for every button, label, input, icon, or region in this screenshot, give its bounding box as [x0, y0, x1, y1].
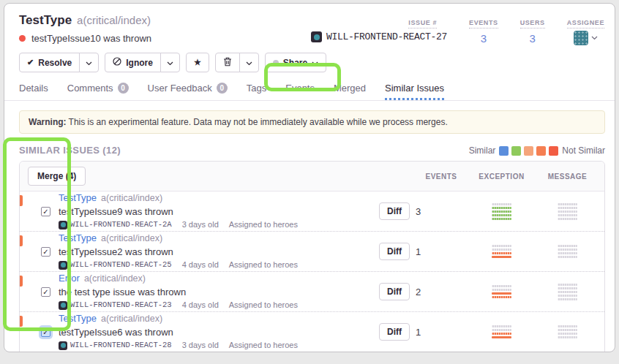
- spectrum-bar: [558, 329, 577, 331]
- spectrum-bar: [558, 291, 577, 293]
- diff-button[interactable]: Diff: [379, 283, 410, 300]
- spectrum-bar: [492, 207, 511, 209]
- row-right-cells: Diff 2: [373, 283, 604, 300]
- tab-events[interactable]: Events: [285, 78, 315, 100]
- issue-tab-bar: Details Comments 0 User Feedback 0 Tags …: [4, 78, 615, 101]
- spectrum-bar: [492, 214, 511, 216]
- spectrum-bar: [492, 249, 511, 251]
- diff-button[interactable]: Diff: [379, 202, 410, 220]
- merge-button[interactable]: Merge (4): [28, 167, 86, 186]
- row-issue-culprit: a(critical/index): [101, 193, 162, 203]
- project-icon: [59, 221, 67, 230]
- issue-number-label: ISSUE #: [408, 19, 437, 29]
- tab-merged[interactable]: Merged: [334, 78, 366, 100]
- similar-issues-panel: Merge (4) EVENTS EXCEPTION MESSAGE ✓ Tes…: [19, 161, 605, 352]
- row-issue-title[interactable]: TestType: [59, 192, 97, 203]
- tab-similar-issues[interactable]: Similar Issues: [385, 78, 444, 100]
- row-issue-message: testTypeIssue9 was thrown: [59, 206, 298, 218]
- users-label: USERS: [520, 19, 545, 29]
- spectrum-bar: [558, 256, 577, 258]
- chevron-down-icon[interactable]: [591, 36, 598, 40]
- project-icon: [59, 341, 67, 350]
- project-name: WILL-FRONTEND-REACT-2A: [70, 220, 172, 230]
- spectrum-bar: [558, 245, 577, 247]
- message-spectrum: [536, 203, 599, 220]
- issue-assignment: Assigned to heroes: [229, 260, 298, 270]
- spectrum-bar: [492, 245, 511, 247]
- project-name: WILL-FRONTEND-REACT-28: [70, 341, 172, 350]
- spectrum-bar: [558, 295, 577, 297]
- similar-issues-heading: SIMILAR ISSUES (12): [19, 145, 121, 156]
- tab-comments[interactable]: Comments 0: [67, 78, 129, 100]
- issue-rows: ✓ TestTypea(critical/index) testTypeIssu…: [20, 192, 604, 352]
- similar-issue-row: ✓ TestTypea(critical/index) testTypeIssu…: [20, 192, 604, 232]
- similar-issues-section-header: SIMILAR ISSUES (12) Similar Not Similar: [19, 145, 605, 156]
- share-status-dot-icon: [273, 60, 279, 66]
- row-issue-title[interactable]: Error: [59, 273, 80, 284]
- row-issue-message: the test type issue was thrown: [59, 287, 298, 298]
- row-right-cells: Diff 1: [373, 243, 604, 260]
- row-issue-title[interactable]: TestType: [59, 313, 97, 324]
- row-checkbox[interactable]: ✓: [41, 207, 50, 216]
- legend-swatch: [536, 146, 546, 156]
- spectrum-bar: [492, 325, 511, 327]
- tab-tags[interactable]: Tags: [247, 78, 266, 100]
- stat-issue-number: ISSUE # WILL-FRONTEND-REACT-27: [311, 15, 447, 45]
- resolve-dropdown-button[interactable]: [79, 53, 99, 72]
- legend-swatch: [499, 146, 509, 156]
- row-checkbox[interactable]: ✓: [41, 327, 50, 337]
- spectrum-bar: [558, 218, 577, 220]
- similar-issue-row: ✓ TestTypea(critical/index) testTypeIssu…: [20, 312, 604, 352]
- delete-button[interactable]: [215, 53, 240, 72]
- stat-users: USERS 3: [520, 15, 545, 45]
- project-name: WILL-FRONTEND-REACT-23: [70, 300, 172, 310]
- diff-button[interactable]: Diff: [379, 323, 410, 341]
- spectrum-bar: [558, 249, 577, 251]
- stat-events: EVENTS 3: [469, 15, 498, 45]
- delete-dropdown-button[interactable]: [239, 53, 259, 72]
- assignee-selector[interactable]: [567, 31, 604, 45]
- spectrum-bar: [492, 218, 511, 220]
- similar-issue-row: ✓ TestTypea(critical/index) testTypeIssu…: [20, 232, 604, 272]
- users-value[interactable]: 3: [520, 32, 545, 45]
- spectrum-bar: [492, 296, 511, 298]
- row-checkbox[interactable]: ✓: [41, 287, 50, 297]
- issue-assignment: Assigned to heroes: [229, 341, 298, 351]
- row-issue-culprit: a(critical/index): [84, 273, 146, 284]
- ignore-button[interactable]: Ignore: [105, 53, 161, 72]
- tab-details[interactable]: Details: [19, 78, 48, 100]
- row-checkbox[interactable]: ✓: [41, 247, 50, 257]
- spectrum-bar: [558, 211, 577, 213]
- project-icon: [59, 261, 67, 270]
- issue-age: 3 days old: [182, 220, 219, 230]
- exception-spectrum: [467, 203, 536, 220]
- assignee-avatar[interactable]: [574, 31, 588, 45]
- ignore-dropdown-button[interactable]: [160, 53, 180, 72]
- row-right-cells: Diff 3: [373, 202, 604, 220]
- resolve-button[interactable]: ✔ Resolve: [19, 53, 80, 72]
- issue-age: 3 days old: [182, 341, 219, 351]
- similarity-legend: Similar Not Similar: [469, 145, 605, 156]
- diff-button[interactable]: Diff: [379, 243, 410, 260]
- tab-user-feedback[interactable]: User Feedback 0: [148, 78, 228, 100]
- row-issue-title[interactable]: TestType: [59, 232, 97, 243]
- resolve-button-group: ✔ Resolve: [19, 53, 99, 72]
- delete-button-group: [215, 53, 259, 72]
- issue-age: 4 days old: [182, 300, 219, 311]
- row-issue-message: testTypeIssue2 was thrown: [59, 246, 298, 258]
- project-icon: [311, 31, 322, 42]
- share-button[interactable]: Share: [265, 53, 326, 72]
- row-events-count: 1: [416, 327, 467, 338]
- issue-title-line: TestTypea(critical/index): [19, 13, 151, 28]
- spectrum-bar: [492, 333, 511, 335]
- project-icon: [59, 301, 67, 310]
- legend-swatch: [524, 146, 533, 156]
- trash-icon: [223, 57, 232, 69]
- column-headers: EVENTS EXCEPTION MESSAGE: [416, 172, 599, 181]
- bookmark-star-button[interactable]: ★: [186, 53, 209, 72]
- issue-id[interactable]: WILL-FRONTEND-REACT-27: [326, 31, 447, 42]
- message-spectrum: [536, 284, 599, 300]
- row-issue-culprit: a(critical/index): [101, 314, 162, 324]
- events-value[interactable]: 3: [469, 32, 498, 45]
- error-level-bar: [20, 276, 23, 287]
